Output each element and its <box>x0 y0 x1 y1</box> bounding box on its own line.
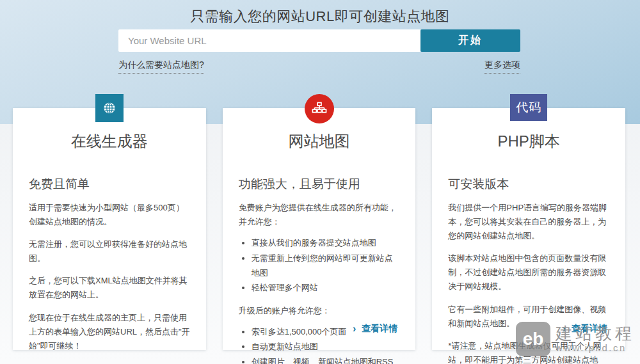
card-subtitle: 功能强大，且易于使用 <box>239 176 400 193</box>
free-features-list: 直接从我们的服务器提交站点地图 无需重新上传到您的网站即可更新站点地图 轻松管理… <box>252 235 400 296</box>
card-paragraph: 免费账户为您提供在线生成器的所有功能，并允许您： <box>239 201 400 229</box>
watermark-title: 建站教程 <box>556 325 635 342</box>
card-paragraph: 之后，您可以下载XML站点地图文件并将其放置在您的网站上。 <box>29 274 190 302</box>
card-subtitle: 可安装版本 <box>448 176 609 193</box>
card-paragraph: 我们提供一个用PHP语言编写的服务器端脚本，您可以将其安装在自己的服务器上，为您… <box>448 201 609 243</box>
card-title: PHP脚本 <box>448 131 609 152</box>
website-url-input[interactable] <box>118 29 420 52</box>
web-logo-icon: eb <box>516 322 550 356</box>
card-paragraph: 升级后的账户将允许您： <box>239 304 400 318</box>
chevron-right-icon: › <box>353 324 356 334</box>
card-paragraph: 无需注册，您可以立即获得准备好的站点地图。 <box>29 237 190 265</box>
card-title: 网站地图 <box>239 131 400 152</box>
list-item: 直接从我们的服务器提交站点地图 <box>252 235 400 250</box>
globe-icon <box>95 94 124 122</box>
card-paragraph: 该脚本对站点地图中包含的页面数量没有限制，不过创建站点地图所需的服务器资源取决于… <box>448 251 609 294</box>
card-subtitle: 免费且简单 <box>29 176 190 193</box>
card-php-script: 代码 PHP脚本 可安装版本 我们提供一个用PHP语言编写的服务器端脚本，您可以… <box>432 108 625 350</box>
watermark-url: www.ipkd.cn <box>556 342 635 353</box>
details-link-sitemap[interactable]: › 查看详情 <box>353 323 397 335</box>
card-paragraph: 您现在位于在线生成器的主页上，只需使用上方的表单输入您的网站URL，然后点击"开… <box>29 311 190 353</box>
sitemap-icon <box>305 94 334 123</box>
list-item: 自动更新站点地图 <box>252 339 400 354</box>
start-button[interactable]: 开始 <box>420 29 520 52</box>
page-title: 只需输入您的网站URL即可创建站点地图 <box>0 7 640 26</box>
card-sitemap-account: 网站地图 功能强大，且易于使用 免费账户为您提供在线生成器的所有功能，并允许您：… <box>223 108 416 350</box>
details-link-label: 查看详情 <box>362 323 397 335</box>
feature-cards: 在线生成器 免费且简单 适用于需要快速为小型网站（最多500页）创建站点地图的情… <box>13 108 625 350</box>
site-watermark: eb 建站教程 www.ipkd.cn <box>516 322 635 356</box>
list-item: 创建图片、视频、新闻站点地图和RSS源 <box>252 354 400 364</box>
list-item: 轻松管理多个网站 <box>252 280 400 295</box>
code-badge: 代码 <box>510 94 547 121</box>
url-form: 开始 <box>118 29 520 52</box>
card-paragraph: 适用于需要快速为小型网站（最多500页）创建站点地图的情况。 <box>29 201 190 229</box>
why-sitemap-link[interactable]: 为什么需要站点地图? <box>118 59 204 74</box>
card-title: 在线生成器 <box>29 131 190 152</box>
list-item: 无需重新上传到您的网站即可更新站点地图 <box>252 251 400 281</box>
watermark-text: 建站教程 www.ipkd.cn <box>556 325 635 353</box>
more-options-link[interactable]: 更多选项 <box>484 59 520 74</box>
card-online-generator: 在线生成器 免费且简单 适用于需要快速为小型网站（最多500页）创建站点地图的情… <box>13 108 206 350</box>
